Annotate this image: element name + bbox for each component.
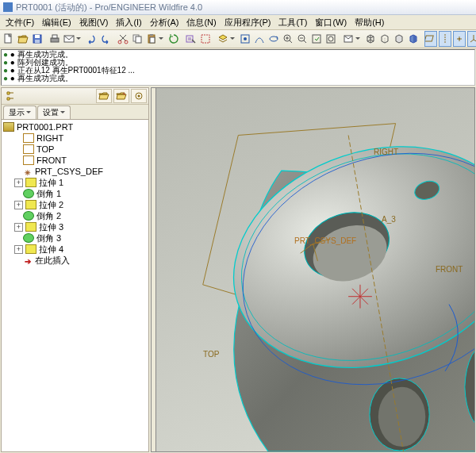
insert-here-icon: ➔ bbox=[23, 256, 33, 264]
view-zoom-button[interactable] bbox=[253, 31, 266, 47]
extrude-icon bbox=[25, 222, 36, 232]
tree-insert[interactable]: 在此插入 bbox=[35, 255, 70, 266]
msg-line: ● ● 再生成功完成。 bbox=[3, 75, 473, 83]
tree-feat[interactable]: 倒角 3 bbox=[36, 232, 61, 244]
tree-feat[interactable]: 拉伸 3 bbox=[39, 221, 63, 232]
tree-plane[interactable]: RIGHT bbox=[36, 132, 63, 144]
tree-toolbar bbox=[2, 88, 148, 105]
tab-show[interactable]: 显示 bbox=[3, 106, 36, 119]
no-hidden-button[interactable] bbox=[393, 31, 405, 47]
menu-analysis[interactable]: 分析(A) bbox=[146, 16, 183, 29]
tree-feat[interactable]: 拉伸 1 bbox=[39, 177, 63, 188]
graphics-viewport[interactable]: RIGHT A_3 PRT_CSYS_DEF FRONT TOP bbox=[151, 87, 475, 452]
saved-views-dropdown[interactable] bbox=[355, 33, 360, 45]
expand-icon[interactable]: + bbox=[14, 245, 23, 254]
svg-point-18 bbox=[270, 36, 278, 41]
tree-feat[interactable]: 拉伸 2 bbox=[39, 199, 63, 210]
menu-edit[interactable]: 编辑(E) bbox=[38, 16, 75, 29]
saved-views-button[interactable] bbox=[342, 31, 355, 47]
round-icon bbox=[23, 211, 34, 221]
expand-icon[interactable]: + bbox=[14, 201, 23, 209]
copy-button[interactable] bbox=[131, 31, 144, 47]
tree-mode-icon[interactable] bbox=[3, 90, 17, 102]
refit-button[interactable] bbox=[310, 31, 323, 47]
svg-point-23 bbox=[328, 36, 333, 41]
tab-settings[interactable]: 设置 bbox=[37, 106, 71, 119]
msg-line: ● ● 再生成功完成。 bbox=[3, 51, 473, 59]
menu-file[interactable]: 文件(F) bbox=[2, 16, 38, 29]
datum-label-front: FRONT bbox=[436, 265, 463, 274]
svg-rect-14 bbox=[186, 36, 193, 42]
zoom-out-button[interactable] bbox=[296, 31, 309, 47]
tree-csys[interactable]: PRT_CSYS_DEF bbox=[35, 166, 103, 177]
view-spin-button[interactable] bbox=[267, 31, 280, 47]
model-tree-panel: 显示 设置 PRT0001.PRT RIGHT TOP FRONT ✳PRT_C… bbox=[1, 87, 149, 452]
tree-open-icon[interactable] bbox=[96, 89, 112, 103]
regen-button[interactable] bbox=[167, 31, 180, 47]
menu-view[interactable]: 视图(V) bbox=[75, 16, 113, 29]
tree-plane[interactable]: FRONT bbox=[36, 155, 67, 166]
mail-button[interactable] bbox=[63, 31, 75, 47]
cut-button[interactable] bbox=[117, 31, 129, 47]
tree-feat[interactable]: 倒角 1 bbox=[36, 188, 61, 199]
menu-info[interactable]: 信息(N) bbox=[182, 16, 220, 29]
svg-rect-4 bbox=[51, 38, 59, 42]
svg-rect-3 bbox=[35, 40, 40, 43]
datum-axis-button[interactable] bbox=[439, 31, 451, 47]
redo-button[interactable] bbox=[99, 31, 112, 47]
new-button[interactable] bbox=[2, 31, 15, 47]
menu-window[interactable]: 窗口(W) bbox=[311, 16, 351, 29]
tree-tabs: 显示 设置 bbox=[2, 105, 148, 120]
open-button[interactable] bbox=[17, 31, 29, 47]
find-button[interactable] bbox=[185, 31, 198, 47]
tree-feat[interactable]: 倒角 2 bbox=[36, 210, 61, 221]
paste-dropdown[interactable] bbox=[159, 33, 163, 45]
splitter-handle[interactable] bbox=[152, 88, 156, 451]
svg-point-17 bbox=[244, 37, 247, 40]
hidden-line-button[interactable] bbox=[378, 31, 391, 47]
part-icon bbox=[3, 122, 14, 132]
zoom-in-button[interactable] bbox=[282, 31, 294, 47]
svg-point-26 bbox=[459, 38, 460, 40]
menu-tools[interactable]: 工具(T) bbox=[274, 16, 311, 29]
menu-help[interactable]: 帮助(H) bbox=[351, 16, 388, 29]
tree-save-icon[interactable] bbox=[113, 89, 129, 103]
svg-point-39 bbox=[378, 387, 425, 447]
paste-button[interactable] bbox=[145, 31, 158, 47]
tree-root[interactable]: PRT0001.PRT bbox=[17, 121, 73, 132]
tree-settings-icon[interactable] bbox=[131, 89, 147, 103]
orient-button[interactable] bbox=[324, 31, 337, 47]
tree-plane[interactable]: TOP bbox=[36, 144, 54, 155]
datum-csys-button[interactable] bbox=[467, 31, 476, 47]
mail-dropdown[interactable] bbox=[76, 33, 81, 45]
shaded-button[interactable] bbox=[407, 31, 420, 47]
datum-label-axis: A_3 bbox=[382, 215, 396, 224]
menu-apps[interactable]: 应用程序(P) bbox=[221, 16, 275, 29]
wireframe-button[interactable] bbox=[364, 31, 377, 47]
expand-icon[interactable]: + bbox=[14, 179, 23, 187]
main-toolbar: 3.1 ? bbox=[0, 30, 476, 48]
datum-label-top: TOP bbox=[203, 350, 219, 359]
app-icon bbox=[3, 2, 13, 12]
menu-bar: 文件(F) 编辑(E) 视图(V) 插入(I) 分析(A) 信息(N) 应用程序… bbox=[0, 15, 476, 30]
save-button[interactable] bbox=[31, 31, 44, 47]
layers-dropdown[interactable] bbox=[230, 33, 235, 45]
layers-button[interactable] bbox=[217, 31, 229, 47]
view-refit-button[interactable] bbox=[239, 31, 251, 47]
svg-rect-15 bbox=[202, 35, 209, 43]
expand-icon[interactable]: + bbox=[14, 223, 23, 232]
datum-point-button[interactable] bbox=[453, 31, 466, 47]
tree-feat[interactable]: 拉伸 4 bbox=[39, 244, 63, 255]
menu-insert[interactable]: 插入(I) bbox=[112, 16, 145, 29]
extrude-icon bbox=[25, 244, 36, 254]
undo-button[interactable] bbox=[85, 31, 98, 47]
round-icon bbox=[23, 233, 34, 243]
svg-rect-12 bbox=[150, 34, 153, 36]
print-button[interactable] bbox=[48, 31, 61, 47]
svg-rect-25 bbox=[425, 36, 433, 41]
svg-rect-13 bbox=[150, 37, 155, 43]
select-button[interactable] bbox=[199, 31, 212, 47]
datum-plane-button[interactable] bbox=[424, 31, 437, 47]
datum-label-csys: PRT_CSYS_DEF bbox=[294, 236, 356, 245]
model-tree[interactable]: PRT0001.PRT RIGHT TOP FRONT ✳PRT_CSYS_DE… bbox=[2, 120, 148, 451]
